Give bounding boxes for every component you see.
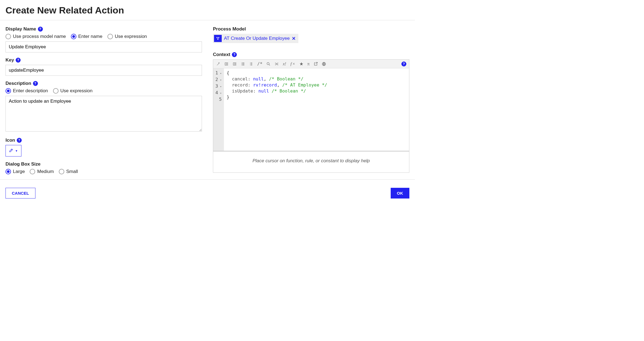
- radio-dialog-medium[interactable]: Medium: [30, 169, 54, 174]
- radio-use-expression-name[interactable]: Use expression: [107, 34, 147, 39]
- divider: [0, 20, 415, 20]
- svg-rect-0: [10, 149, 13, 152]
- help-icon[interactable]: ?: [17, 138, 22, 143]
- icon-picker-button[interactable]: ▼: [5, 145, 21, 156]
- radio-icon: [59, 169, 64, 174]
- editor-code[interactable]: { cancel: null, /* Boolean */ record: rv…: [224, 68, 330, 151]
- radio-icon: [5, 169, 11, 174]
- cancel-button[interactable]: CANCEL: [5, 188, 35, 199]
- context-label: Context: [213, 52, 230, 57]
- editor-gutter: 1 2 3 4 5: [213, 68, 224, 151]
- radio-icon: [71, 34, 76, 39]
- right-column: Process Model AT Create Or Update Employ…: [213, 26, 409, 179]
- ok-button[interactable]: OK: [391, 188, 410, 199]
- editor-toolbar: /* x! ƒ× π ?: [213, 60, 409, 68]
- help-icon[interactable]: ?: [232, 52, 237, 57]
- radio-dialog-large[interactable]: Large: [5, 169, 25, 174]
- description-input[interactable]: [5, 96, 202, 132]
- radio-dialog-small[interactable]: Small: [59, 169, 78, 174]
- pencil-square-icon: [9, 148, 13, 153]
- process-model-chip-label: AT Create Or Update Employee: [224, 36, 290, 41]
- radio-enter-description[interactable]: Enter description: [5, 88, 48, 94]
- radio-icon: [107, 34, 113, 39]
- process-model-icon: [214, 35, 222, 42]
- pi-icon[interactable]: π: [307, 62, 310, 66]
- svg-point-3: [218, 39, 218, 40]
- svg-point-1: [216, 37, 217, 38]
- description-label: Description: [5, 81, 31, 86]
- key-label: Key: [5, 57, 14, 63]
- display-name-input[interactable]: [5, 41, 202, 52]
- help-icon[interactable]: ?: [33, 81, 38, 86]
- variable-icon[interactable]: x!: [283, 62, 286, 66]
- export-icon[interactable]: [313, 62, 318, 66]
- radio-label: Use expression: [60, 88, 93, 94]
- radio-label: Use process model name: [13, 34, 66, 39]
- help-icon[interactable]: ?: [16, 58, 21, 63]
- radio-label: Enter description: [13, 88, 48, 94]
- key-input[interactable]: [5, 65, 202, 76]
- radio-icon: [53, 88, 59, 94]
- magic-wand-icon[interactable]: [216, 62, 220, 66]
- radio-use-process-model-name[interactable]: Use process model name: [5, 34, 66, 39]
- search-icon[interactable]: [266, 62, 271, 66]
- radio-use-expression-desc[interactable]: Use expression: [53, 88, 93, 94]
- process-model-label: Process Model: [213, 26, 246, 32]
- format-icon[interactable]: [249, 62, 253, 66]
- function-icon[interactable]: ƒ×: [290, 62, 295, 66]
- process-model-remove-icon[interactable]: ✕: [292, 36, 296, 41]
- help-icon[interactable]: ?: [401, 62, 406, 66]
- shuffle-icon[interactable]: [274, 62, 279, 66]
- radio-icon: [5, 34, 11, 39]
- list-icon[interactable]: [241, 62, 245, 66]
- radio-enter-name[interactable]: Enter name: [71, 34, 102, 39]
- divider: [0, 179, 415, 180]
- process-model-chip[interactable]: AT Create Or Update Employee ✕: [213, 34, 298, 43]
- outdent-icon[interactable]: [224, 62, 229, 66]
- create-related-action-dialog: Create New Related Action Display Name ?…: [0, 5, 415, 204]
- expression-editor: /* x! ƒ× π ? 1: [213, 59, 409, 173]
- caret-down-icon: ▼: [15, 149, 18, 152]
- page-title: Create New Related Action: [5, 5, 409, 16]
- indent-icon[interactable]: [232, 62, 237, 66]
- star-icon[interactable]: [299, 62, 304, 66]
- display-name-label: Display Name: [5, 26, 36, 32]
- radio-icon: [5, 88, 11, 94]
- editor-body[interactable]: 1 2 3 4 5 { cancel: null, /* Boolean */ …: [213, 68, 409, 151]
- icon-label: Icon: [5, 138, 15, 143]
- help-icon[interactable]: ?: [38, 27, 43, 32]
- radio-icon: [30, 169, 35, 174]
- left-column: Display Name ? Use process model name En…: [5, 26, 202, 179]
- radio-label: Small: [66, 169, 78, 174]
- svg-point-4: [267, 62, 269, 65]
- svg-point-2: [218, 37, 219, 38]
- radio-label: Enter name: [78, 34, 102, 39]
- radio-label: Use expression: [115, 34, 147, 39]
- radio-label: Large: [13, 169, 25, 174]
- dialog-size-label: Dialog Box Size: [5, 161, 41, 167]
- globe-icon[interactable]: [322, 62, 326, 66]
- dialog-footer: CANCEL OK: [5, 188, 409, 199]
- editor-help-panel: Place cursor on function, rule, or const…: [213, 151, 409, 172]
- radio-label: Medium: [37, 169, 54, 174]
- comment-icon[interactable]: /*: [257, 61, 262, 66]
